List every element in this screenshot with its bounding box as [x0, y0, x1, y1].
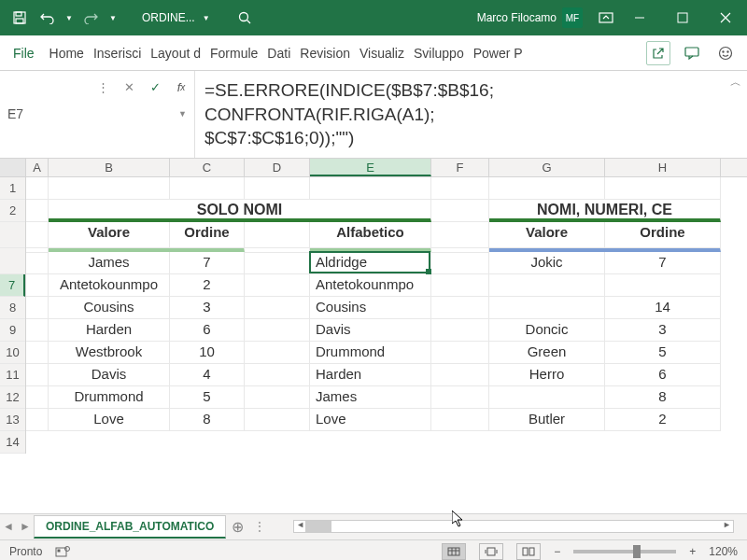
cell[interactable]: Valore — [489, 222, 605, 248]
cancel-formula-button[interactable]: ✕ — [116, 77, 142, 97]
spreadsheet-grid[interactable]: ABCDEFGH 127891011121314 SOLO NOMINOMI, … — [0, 159, 747, 513]
sheet-tab-active[interactable]: ORDINE_ALFAB_AUTOMATICO — [34, 515, 226, 539]
cell[interactable] — [245, 297, 310, 319]
cell[interactable] — [26, 177, 49, 200]
dots-icon[interactable]: ⋮ — [90, 77, 116, 97]
cell[interactable] — [431, 297, 489, 319]
cell[interactable]: Ordine — [170, 222, 245, 248]
cell[interactable] — [26, 364, 49, 386]
col-header-G[interactable]: G — [489, 159, 605, 176]
cell[interactable]: Antetokounmpo — [310, 274, 431, 297]
cell[interactable]: Davis — [310, 319, 431, 342]
cell[interactable] — [431, 409, 489, 431]
cell[interactable] — [431, 386, 489, 409]
sheet-tab-dots-icon[interactable]: ⋮ — [254, 520, 265, 533]
zoom-in-button[interactable]: + — [689, 545, 696, 558]
cell[interactable] — [245, 177, 310, 200]
cell[interactable]: James — [310, 386, 431, 409]
save-icon[interactable] — [7, 6, 32, 30]
cell[interactable] — [245, 386, 310, 409]
row-header[interactable]: 8 — [0, 297, 25, 319]
cell[interactable]: 5 — [170, 386, 245, 409]
fx-icon[interactable]: fx — [168, 77, 194, 97]
macro-record-icon[interactable] — [55, 545, 70, 558]
row-header[interactable]: 13 — [0, 409, 25, 431]
cell[interactable]: Drummond — [310, 342, 431, 364]
row-header[interactable] — [0, 248, 25, 274]
cell[interactable]: 2 — [170, 274, 245, 297]
col-header-C[interactable]: C — [170, 159, 245, 176]
user-account[interactable]: Marco Filocamo MF — [477, 7, 583, 28]
cell[interactable]: Green — [489, 342, 605, 364]
tab-developer[interactable]: Sviluppo — [410, 40, 468, 66]
search-icon[interactable] — [233, 6, 257, 30]
cell[interactable]: Doncic — [489, 319, 605, 342]
tab-view[interactable]: Visualiz — [356, 40, 408, 66]
cell[interactable] — [245, 274, 310, 297]
enter-formula-button[interactable]: ✓ — [142, 77, 168, 97]
cell[interactable]: 7 — [605, 252, 721, 274]
col-header-B[interactable]: B — [49, 159, 170, 176]
cell[interactable]: Harden — [49, 319, 170, 342]
smiley-icon[interactable] — [713, 41, 738, 65]
tab-formulas[interactable]: Formule — [206, 40, 261, 66]
cell[interactable] — [431, 200, 489, 222]
cell[interactable]: 3 — [605, 319, 721, 342]
sheet-nav-prev-icon[interactable]: ◄ — [0, 520, 17, 533]
tab-home[interactable]: Home — [46, 40, 88, 66]
cell[interactable] — [431, 177, 489, 200]
col-header-A[interactable]: A — [26, 159, 49, 176]
cell[interactable] — [431, 364, 489, 386]
cell[interactable] — [605, 274, 721, 297]
tab-file[interactable]: File — [9, 40, 44, 66]
cell[interactable] — [489, 386, 605, 409]
cell[interactable]: Antetokounmpo — [49, 274, 170, 297]
cell[interactable]: 14 — [605, 297, 721, 319]
cell[interactable]: Harden — [310, 364, 431, 386]
cell[interactable]: James — [49, 252, 170, 274]
select-all-corner[interactable] — [0, 159, 26, 176]
row-header[interactable]: 1 — [0, 177, 25, 200]
row-header[interactable]: 7 — [0, 274, 25, 297]
cell[interactable]: 6 — [605, 364, 721, 386]
cell[interactable] — [170, 177, 245, 200]
col-header-F[interactable]: F — [431, 159, 489, 176]
row-header[interactable]: 2 — [0, 200, 25, 222]
row-header[interactable]: 9 — [0, 319, 25, 342]
cell[interactable] — [489, 297, 605, 319]
redo-icon[interactable] — [78, 6, 103, 30]
tab-review[interactable]: Revision — [296, 40, 354, 66]
maximize-button[interactable] — [661, 0, 704, 35]
cell[interactable] — [489, 177, 605, 200]
page-layout-view-button[interactable] — [479, 543, 503, 560]
cell[interactable]: 2 — [605, 409, 721, 431]
cell[interactable] — [489, 274, 605, 297]
close-button[interactable] — [704, 0, 747, 35]
cell[interactable] — [245, 252, 310, 274]
tab-data[interactable]: Dati — [263, 40, 294, 66]
cell[interactable]: 4 — [170, 364, 245, 386]
cell[interactable]: SOLO NOMI — [49, 200, 431, 222]
cell[interactable]: Jokic — [489, 252, 605, 274]
share-icon[interactable] — [646, 41, 670, 65]
cell[interactable] — [605, 177, 721, 200]
cell[interactable]: 3 — [170, 297, 245, 319]
cell[interactable] — [245, 342, 310, 364]
zoom-slider[interactable] — [573, 550, 676, 553]
formula-input[interactable]: =SE.ERRORE(INDICE($B$7:$B$16; CONFRONTA(… — [195, 71, 725, 158]
cell[interactable]: Herro — [489, 364, 605, 386]
cell[interactable]: Butler — [489, 409, 605, 431]
cell[interactable] — [26, 222, 49, 248]
cell[interactable] — [26, 319, 49, 342]
cell[interactable] — [245, 222, 310, 248]
cell[interactable]: Ordine — [605, 222, 721, 248]
cell[interactable] — [431, 252, 489, 274]
cell[interactable] — [26, 409, 49, 431]
row-header[interactable] — [0, 222, 25, 248]
cell[interactable]: Drummond — [49, 386, 170, 409]
row-header[interactable]: 10 — [0, 342, 25, 364]
sheet-nav-next-icon[interactable]: ► — [17, 520, 34, 533]
cell[interactable]: Love — [310, 409, 431, 431]
col-header-H[interactable]: H — [605, 159, 721, 176]
row-header[interactable]: 12 — [0, 386, 25, 409]
